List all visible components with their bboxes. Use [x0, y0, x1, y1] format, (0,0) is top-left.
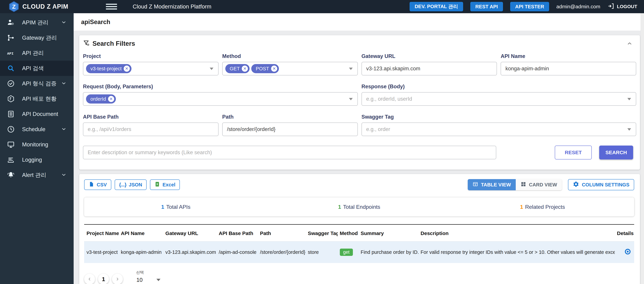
logo-text: CLOUD Z APIM [22, 3, 68, 10]
sidebar-item-monitoring[interactable]: Monitoring [0, 137, 74, 152]
project-label: Project [83, 53, 218, 59]
dropdown-arrow-icon [349, 68, 353, 70]
sidebar: APIM 관리 Gateway 관리 API API 관리 [0, 13, 74, 284]
api-base-path-label: API Base Path [83, 114, 218, 120]
user-email: admin@admin.com [556, 4, 600, 9]
page-size-control: 선택 10 [136, 270, 162, 284]
card-grid-icon [520, 181, 526, 188]
swagger-tag-select[interactable]: e.g., order [362, 122, 636, 136]
sidebar-item-gateway-management[interactable]: Gateway 관리 [0, 30, 74, 45]
sidebar-item-schedule[interactable]: Schedule [0, 122, 74, 137]
results-panel: CSV {...} JSON X Excel [79, 174, 640, 284]
rest-api-button[interactable]: REST API [470, 2, 503, 11]
app-logo[interactable]: Z CLOUD Z APIM [0, 1, 74, 12]
cell-details [615, 242, 634, 263]
column-settings-button[interactable]: COLUMN SETTINGS [568, 179, 634, 190]
dropdown-arrow-icon [349, 98, 353, 100]
sidebar-item-api-management[interactable]: API API 관리 [0, 45, 74, 61]
stat-total-apis: 1Total APIs [84, 204, 268, 210]
logo-hexagon-icon: Z [9, 1, 19, 12]
cell-api-name: konga-apim-admin [119, 242, 164, 263]
dropdown-arrow-icon [210, 68, 214, 70]
page-size-select[interactable]: 10 [136, 277, 162, 284]
export-json-button[interactable]: {...} JSON [115, 179, 146, 190]
reset-button[interactable]: RESET [555, 146, 592, 159]
dev-portal-button[interactable]: DEV. PORTAL 관리 [410, 2, 463, 11]
sidebar-item-alert-management[interactable]: Alert 관리 [0, 167, 74, 183]
sidebar-item-logging[interactable]: Logging [0, 152, 74, 167]
log-icon [7, 156, 15, 164]
project-select[interactable]: v3-test-project ✕ [83, 62, 218, 75]
sidebar-item-apim-management[interactable]: APIM 관리 [0, 15, 74, 30]
sidebar-item-api-validation[interactable]: API 형식 검증 [0, 76, 74, 91]
chevron-down-icon [61, 172, 67, 178]
svg-text:API: API [7, 52, 14, 56]
col-details: Details [615, 225, 634, 242]
col-method: Method [338, 225, 359, 242]
page-size-label: 선택 [136, 270, 162, 275]
request-select[interactable]: orderId ✕ [83, 92, 358, 106]
sidebar-item-api-document[interactable]: API Document [0, 106, 74, 122]
sidebar-item-api-deploy-status[interactable]: API 배포 현황 [0, 91, 74, 106]
scrollbar[interactable] [640, 13, 644, 284]
platform-title: Cloud Z Modernization Platform [133, 3, 212, 10]
api-text-icon: API [7, 49, 15, 57]
swagger-tag-filter: Swagger Tag e.g., order [362, 114, 636, 136]
clock-icon [7, 125, 15, 133]
collapse-chevron-up-icon[interactable] [626, 40, 633, 47]
chevron-down-icon [61, 19, 67, 26]
api-base-path-filter: API Base Path [83, 114, 218, 136]
stats-bar: 1Total APIs 1Total Endpoints 1Related Pr… [84, 197, 634, 216]
check-circle-icon [7, 79, 15, 88]
logo-letter: Z [12, 3, 16, 10]
filter-gear-icon [83, 40, 90, 47]
project-chip: v3-test-project ✕ [86, 64, 132, 73]
export-csv-button[interactable]: CSV [84, 179, 111, 190]
user-gear-icon [7, 18, 15, 27]
gateway-url-filter: Gateway URL [362, 53, 497, 75]
cell-method: get [338, 242, 359, 263]
response-label: Response (Body) [362, 83, 636, 90]
api-tester-button[interactable]: API TESTER [510, 2, 549, 11]
table-header-row: Project Name API Name Gateway URL API Ba… [84, 225, 634, 242]
prev-page-button[interactable] [84, 274, 95, 284]
col-description: Description [418, 225, 615, 242]
svg-text:X: X [156, 183, 158, 186]
table-view-button[interactable]: TABLE VIEW [468, 179, 516, 190]
keyword-search-input[interactable] [83, 146, 496, 159]
chip-close-icon[interactable]: ✕ [271, 66, 277, 72]
page-number-button[interactable]: 1 [98, 274, 109, 284]
method-label: Method [222, 53, 358, 59]
details-eye-icon[interactable] [624, 248, 632, 255]
sidebar-item-api-search[interactable]: API 검색 [0, 61, 74, 76]
search-icon [7, 64, 15, 72]
cell-gateway-url: v3-123.api.skapim.com [164, 242, 217, 263]
request-chip-orderid: orderId ✕ [86, 94, 116, 104]
export-excel-button[interactable]: X Excel [150, 179, 180, 190]
api-base-path-input[interactable] [83, 122, 218, 136]
results-table: Project Name API Name Gateway URL API Ba… [84, 224, 634, 263]
search-button[interactable]: SEARCH [599, 146, 633, 159]
hexagon-flag-icon [7, 95, 15, 103]
menu-toggle-icon[interactable] [106, 2, 117, 11]
pagination: 1 선택 10 [84, 270, 634, 284]
monitor-icon [7, 140, 15, 149]
chip-close-icon[interactable]: ✕ [242, 66, 248, 72]
next-page-button[interactable] [112, 274, 123, 284]
api-name-input[interactable] [501, 62, 636, 75]
gear-icon [573, 181, 579, 189]
logout-button[interactable]: LOGOUT [607, 2, 637, 11]
card-view-button[interactable]: CARD VIEW [516, 179, 562, 190]
response-select[interactable]: e.g., orderId, userId [362, 92, 636, 106]
json-braces-icon: {...} [119, 182, 126, 188]
dropdown-arrow-icon [156, 279, 160, 281]
col-api-base-path: API Base Path [217, 225, 258, 242]
gateway-url-input[interactable] [362, 62, 497, 75]
method-select[interactable]: GET ✕ POST ✕ [222, 62, 358, 75]
table-icon [472, 181, 478, 188]
path-input[interactable] [222, 122, 358, 136]
chip-close-icon[interactable]: ✕ [124, 66, 130, 72]
chip-close-icon[interactable]: ✕ [108, 96, 114, 102]
cell-path: /store/order/{orderId} [258, 242, 306, 263]
chevron-down-icon [61, 80, 67, 87]
